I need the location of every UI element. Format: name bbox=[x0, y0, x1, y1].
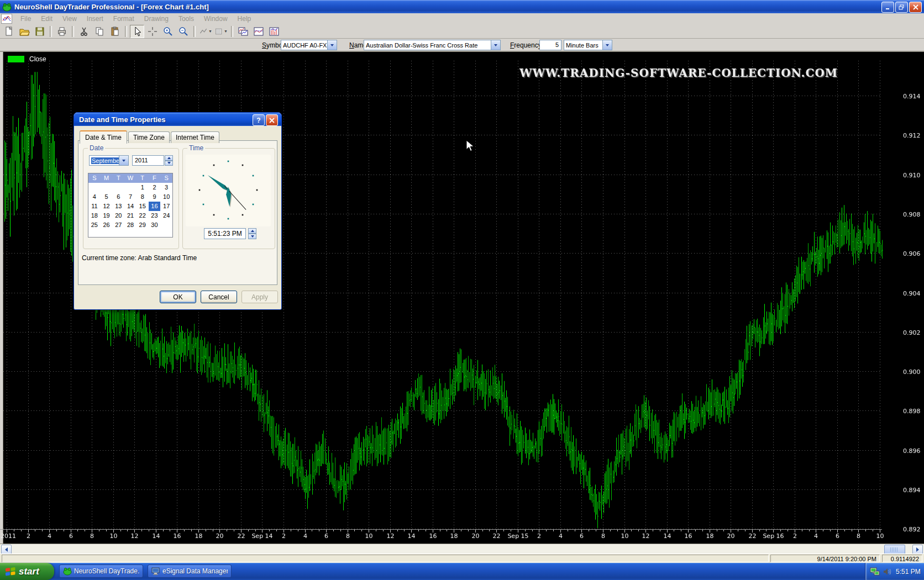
new-file-button[interactable] bbox=[2, 25, 16, 38]
calendar-day-cell[interactable]: 23 bbox=[149, 211, 161, 220]
paste-button[interactable] bbox=[108, 25, 122, 38]
open-file-button[interactable] bbox=[17, 25, 32, 38]
calendar-day-cell[interactable]: 11 bbox=[88, 202, 101, 211]
calendar-day-cell[interactable]: 29 bbox=[136, 220, 149, 230]
calendar-day-cell[interactable]: 24 bbox=[160, 211, 172, 220]
frequency-unit-dropdown-icon[interactable] bbox=[602, 40, 612, 50]
calendar-day-cell[interactable] bbox=[160, 220, 172, 230]
calendar-day-cell[interactable]: 12 bbox=[101, 202, 113, 211]
time-spin-down-button[interactable] bbox=[248, 234, 256, 239]
calendar-day-cell[interactable] bbox=[124, 183, 136, 192]
menu-items: FileEditViewInsertFormatDrawingToolsWind… bbox=[15, 15, 256, 23]
calendar-day-cell[interactable]: 25 bbox=[88, 220, 101, 230]
calendar-day-cell[interactable]: 30 bbox=[149, 220, 161, 230]
calendar-day-cell[interactable] bbox=[112, 183, 124, 192]
cancel-button[interactable]: Cancel bbox=[201, 291, 237, 303]
month-dropdown-icon[interactable] bbox=[119, 156, 128, 165]
menu-item-view[interactable]: View bbox=[57, 14, 82, 24]
calendar-day-cell[interactable]: 15 bbox=[136, 202, 149, 211]
menu-item-edit[interactable]: Edit bbox=[36, 14, 57, 24]
menu-item-insert[interactable]: Insert bbox=[82, 14, 108, 24]
dialog-help-button[interactable]: ? bbox=[253, 114, 265, 126]
calendar-day-cell[interactable]: 8 bbox=[136, 192, 149, 202]
calendar-day-cell[interactable]: 16 bbox=[149, 202, 161, 211]
frequency-input[interactable]: 5 bbox=[539, 40, 561, 50]
menu-item-tools[interactable]: Tools bbox=[174, 14, 199, 24]
dialog-close-button[interactable] bbox=[266, 114, 278, 126]
time-spin-up-button[interactable] bbox=[248, 228, 256, 234]
year-input[interactable]: 2011 bbox=[132, 155, 164, 166]
status-message-field bbox=[2, 555, 769, 562]
name-dropdown-icon[interactable] bbox=[491, 40, 500, 50]
calendar-day-cell[interactable]: 2 bbox=[149, 183, 161, 192]
print-button[interactable] bbox=[55, 25, 69, 38]
calendar-week-row: 123 bbox=[88, 183, 172, 192]
calendar-day-cell[interactable]: 28 bbox=[124, 220, 136, 230]
zoom-in-button[interactable] bbox=[161, 25, 175, 38]
taskbar-button-neuroshell[interactable]: NeuroShell DayTrade... bbox=[59, 565, 143, 578]
close-button[interactable] bbox=[909, 2, 922, 13]
calendar-day-cell[interactable]: 3 bbox=[160, 183, 172, 192]
tab-time-zone[interactable]: Time Zone bbox=[128, 131, 170, 143]
apply-button[interactable]: Apply bbox=[242, 291, 278, 303]
menu-item-drawing[interactable]: Drawing bbox=[139, 14, 174, 24]
calendar-day-cell[interactable]: 14 bbox=[124, 202, 136, 211]
calendar-day-cell[interactable]: 6 bbox=[112, 192, 124, 202]
start-button[interactable]: start bbox=[0, 563, 54, 580]
save-button[interactable] bbox=[33, 25, 47, 38]
crosshair-tool-button[interactable] bbox=[145, 25, 160, 38]
dialog-title-bar[interactable]: Date and Time Properties bbox=[74, 113, 281, 126]
menu-item-window[interactable]: Window bbox=[199, 14, 233, 24]
calendar-day-cell[interactable]: 21 bbox=[124, 211, 136, 220]
calendar-day-cell[interactable]: 13 bbox=[112, 202, 124, 211]
taskbar-button-esignal[interactable]: eSignal Data Manager bbox=[148, 565, 232, 578]
calendar-day-cell[interactable]: 5 bbox=[101, 192, 113, 202]
new-icon bbox=[3, 26, 14, 37]
year-spin-up-button[interactable] bbox=[165, 155, 173, 161]
symbol-dropdown-icon[interactable] bbox=[327, 40, 337, 50]
cut-button[interactable] bbox=[77, 25, 91, 38]
minimize-button[interactable] bbox=[881, 2, 894, 13]
calendar-day-cell[interactable]: 27 bbox=[112, 220, 124, 230]
time-input[interactable]: 5:51:23 PM bbox=[204, 228, 246, 239]
name-combobox[interactable]: Australian Dollar-Swiss Franc Cross Rate bbox=[364, 40, 501, 50]
network-icon[interactable] bbox=[870, 567, 881, 577]
calendar-day-cell[interactable]: 10 bbox=[160, 192, 172, 202]
calendar-day-cell[interactable]: 9 bbox=[149, 192, 161, 202]
symbol-combobox[interactable]: AUDCHF A0-FX bbox=[281, 40, 337, 50]
frequency-unit-combobox[interactable]: Minute Bars bbox=[564, 40, 612, 50]
volume-icon[interactable] bbox=[883, 567, 893, 576]
dropdown-arrow-icon[interactable]: ▼ bbox=[224, 29, 228, 33]
menu-item-file[interactable]: File bbox=[15, 14, 36, 24]
calendar-day-cell[interactable]: 4 bbox=[88, 192, 101, 202]
calendar-day-cell[interactable] bbox=[88, 183, 101, 192]
copy-button[interactable] bbox=[92, 25, 107, 38]
calendar-day-cell[interactable]: 22 bbox=[136, 211, 149, 220]
calendar-day-cell[interactable]: 18 bbox=[88, 211, 101, 220]
calendar-day-cell[interactable]: 1 bbox=[136, 183, 149, 192]
calendar-day-cell[interactable] bbox=[101, 183, 113, 192]
restore-button[interactable] bbox=[895, 2, 908, 13]
pointer-tool-button[interactable] bbox=[130, 25, 144, 38]
pattern-tool-button[interactable]: ▼ bbox=[214, 25, 228, 38]
indicator-chart-button[interactable] bbox=[251, 25, 266, 38]
calendar-day-cell[interactable]: 20 bbox=[112, 211, 124, 220]
bar-chart-button[interactable] bbox=[267, 25, 281, 38]
calendar-day-cell[interactable]: 26 bbox=[101, 220, 113, 230]
menu-item-format[interactable]: Format bbox=[108, 14, 139, 24]
tab-internet-time[interactable]: Internet Time bbox=[171, 131, 219, 143]
month-select[interactable]: September bbox=[89, 155, 129, 166]
chart-window-button[interactable] bbox=[236, 25, 250, 38]
year-spin-down-button[interactable] bbox=[165, 161, 173, 166]
dropdown-arrow-icon[interactable]: ▼ bbox=[208, 29, 212, 33]
zoom-out-button[interactable] bbox=[176, 25, 191, 38]
horizontal-scrollbar[interactable] bbox=[0, 544, 924, 553]
ok-button[interactable]: OK bbox=[160, 291, 196, 303]
calendar-day-cell[interactable]: 17 bbox=[160, 202, 172, 211]
menu-item-help[interactable]: Help bbox=[233, 14, 256, 24]
calendar-day-cell[interactable]: 19 bbox=[101, 211, 113, 220]
taskbar-button-label: NeuroShell DayTrade... bbox=[74, 567, 139, 575]
line-tool-button[interactable]: ▼ bbox=[198, 25, 213, 38]
tab-date-and-time[interactable]: Date & Time bbox=[80, 130, 127, 144]
calendar-day-cell[interactable]: 7 bbox=[124, 192, 136, 202]
